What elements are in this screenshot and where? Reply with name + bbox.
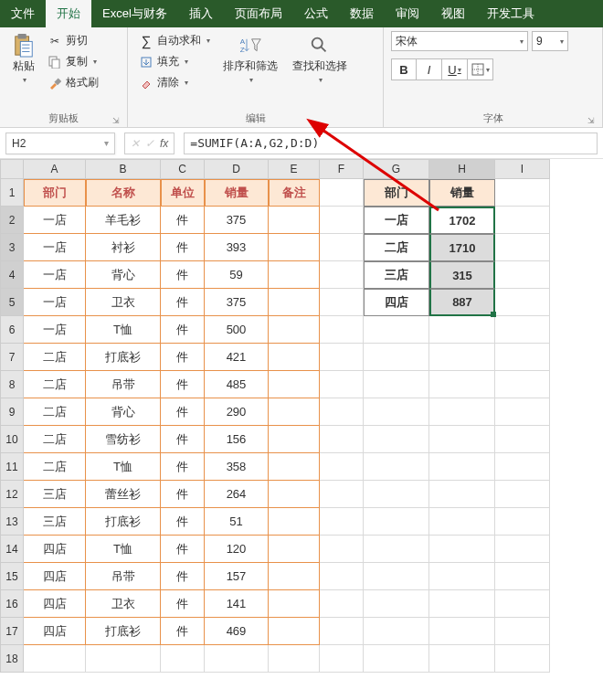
cell[interactable] — [269, 316, 320, 344]
cell[interactable] — [364, 508, 429, 536]
cell[interactable]: 卫衣 — [86, 289, 161, 316]
cell[interactable] — [320, 508, 364, 536]
copy-button[interactable]: 复制▾ — [44, 52, 102, 71]
row-header[interactable]: 9 — [0, 398, 24, 426]
cell[interactable]: 件 — [161, 289, 205, 316]
name-box[interactable]: H2 ▾ — [5, 133, 115, 154]
menu-developer[interactable]: 开发工具 — [476, 0, 545, 27]
row-header[interactable]: 12 — [0, 481, 24, 508]
cell[interactable] — [320, 645, 364, 673]
cell[interactable]: 290 — [205, 398, 269, 426]
cell[interactable] — [364, 316, 429, 344]
cell[interactable]: 件 — [161, 590, 205, 618]
cell[interactable] — [495, 618, 550, 645]
cell[interactable]: 件 — [161, 234, 205, 261]
cell[interactable] — [495, 371, 550, 398]
underline-button[interactable]: U▾ — [442, 58, 468, 80]
cell[interactable] — [320, 207, 364, 234]
cell[interactable]: 三店 — [24, 481, 86, 508]
cell[interactable] — [269, 563, 320, 590]
cell[interactable] — [364, 563, 429, 590]
cell[interactable] — [429, 453, 495, 481]
cell[interactable] — [161, 645, 205, 673]
cell[interactable]: 二店 — [364, 234, 429, 261]
cell[interactable] — [495, 289, 550, 316]
cell[interactable] — [320, 344, 364, 371]
cell[interactable]: 485 — [205, 371, 269, 398]
cell[interactable]: 件 — [161, 261, 205, 289]
cell[interactable] — [495, 398, 550, 426]
cell[interactable] — [269, 261, 320, 289]
cell[interactable]: 部门 — [364, 179, 429, 207]
cell[interactable] — [269, 590, 320, 618]
cell[interactable] — [269, 645, 320, 673]
cell[interactable]: 吊带 — [86, 371, 161, 398]
cell[interactable] — [269, 426, 320, 453]
cell[interactable] — [24, 645, 86, 673]
menu-insert[interactable]: 插入 — [178, 0, 224, 27]
cell[interactable]: 一店 — [364, 207, 429, 234]
cell[interactable] — [495, 508, 550, 536]
cell[interactable] — [364, 371, 429, 398]
cell[interactable]: 备注 — [269, 179, 320, 207]
cell[interactable]: 单位 — [161, 179, 205, 207]
cancel-formula-icon[interactable]: ✕ — [131, 137, 140, 150]
cell[interactable] — [364, 426, 429, 453]
cell[interactable]: 四店 — [364, 289, 429, 316]
cell[interactable] — [320, 371, 364, 398]
row-header[interactable]: 11 — [0, 453, 24, 481]
cell[interactable]: 二店 — [24, 453, 86, 481]
cell[interactable]: 件 — [161, 453, 205, 481]
cell[interactable] — [364, 618, 429, 645]
cell[interactable] — [320, 481, 364, 508]
row-header[interactable]: 7 — [0, 344, 24, 371]
col-header-h[interactable]: H — [429, 159, 495, 179]
cell[interactable]: 背心 — [86, 261, 161, 289]
clear-button[interactable]: 清除▾ — [135, 73, 214, 92]
cell[interactable] — [495, 344, 550, 371]
cell[interactable]: 件 — [161, 618, 205, 645]
cell[interactable] — [429, 645, 495, 673]
cell[interactable] — [320, 316, 364, 344]
col-header-c[interactable]: C — [161, 159, 205, 179]
cell[interactable]: 887 — [429, 289, 495, 316]
cell[interactable]: 264 — [205, 481, 269, 508]
row-header[interactable]: 4 — [0, 261, 24, 289]
cell[interactable]: T恤 — [86, 453, 161, 481]
cell[interactable]: 销量 — [429, 179, 495, 207]
cell[interactable]: 件 — [161, 398, 205, 426]
menu-excel-finance[interactable]: Excel与财务 — [91, 0, 178, 27]
cell[interactable] — [429, 426, 495, 453]
cell[interactable] — [320, 234, 364, 261]
fx-icon[interactable]: fx — [160, 137, 168, 150]
enter-formula-icon[interactable]: ✓ — [145, 137, 154, 150]
cell[interactable] — [429, 316, 495, 344]
cell[interactable] — [269, 371, 320, 398]
cell[interactable] — [364, 344, 429, 371]
cell[interactable] — [320, 289, 364, 316]
cell[interactable] — [269, 536, 320, 563]
cell[interactable] — [364, 481, 429, 508]
cell[interactable] — [269, 234, 320, 261]
cell[interactable]: 469 — [205, 618, 269, 645]
cell[interactable]: 雪纺衫 — [86, 426, 161, 453]
cell[interactable]: 一店 — [24, 207, 86, 234]
cell[interactable] — [495, 645, 550, 673]
row-header[interactable]: 8 — [0, 371, 24, 398]
cell[interactable]: 蕾丝衫 — [86, 481, 161, 508]
cell[interactable] — [429, 344, 495, 371]
menu-file[interactable]: 文件 — [0, 0, 46, 27]
cell[interactable] — [495, 590, 550, 618]
cell[interactable]: 141 — [205, 590, 269, 618]
cell[interactable]: 部门 — [24, 179, 86, 207]
cell[interactable]: 羊毛衫 — [86, 207, 161, 234]
cell[interactable]: 件 — [161, 508, 205, 536]
cell[interactable] — [429, 481, 495, 508]
cell[interactable]: 件 — [161, 207, 205, 234]
cell[interactable]: 打底衫 — [86, 508, 161, 536]
cell[interactable] — [364, 645, 429, 673]
font-launcher-icon[interactable]: ⇲ — [587, 116, 595, 125]
cell[interactable] — [320, 179, 364, 207]
row-header[interactable]: 3 — [0, 234, 24, 261]
cell[interactable]: 件 — [161, 481, 205, 508]
